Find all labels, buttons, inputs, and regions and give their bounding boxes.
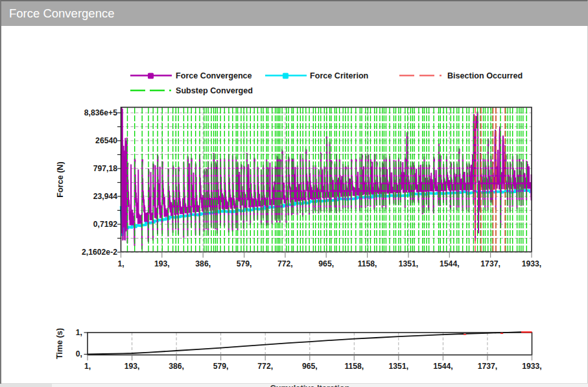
svg-text:Bisection Occurred: Bisection Occurred	[447, 71, 523, 80]
svg-text:1351,: 1351,	[389, 362, 409, 371]
svg-text:1,: 1,	[84, 362, 91, 371]
svg-text:26540: 26540	[95, 136, 117, 145]
svg-text:386,: 386,	[169, 362, 184, 371]
svg-text:1933,: 1933,	[522, 362, 542, 371]
svg-text:1737,: 1737,	[478, 362, 498, 371]
svg-text:193,: 193,	[154, 259, 170, 268]
svg-text:579,: 579,	[237, 259, 252, 268]
svg-text:Force (N): Force (N)	[56, 161, 65, 197]
svg-text:Time (s): Time (s)	[55, 328, 64, 359]
svg-text:8,836e+5: 8,836e+5	[84, 108, 117, 117]
svg-text:Force Criterion: Force Criterion	[310, 71, 368, 80]
svg-text:1158,: 1158,	[344, 362, 364, 371]
svg-text:1544,: 1544,	[440, 259, 460, 268]
svg-text:579,: 579,	[213, 362, 229, 371]
svg-text:193,: 193,	[124, 362, 140, 371]
svg-text:23,944: 23,944	[93, 192, 117, 201]
svg-text:772,: 772,	[257, 362, 273, 371]
svg-text:1158,: 1158,	[358, 259, 377, 268]
svg-text:965,: 965,	[302, 362, 318, 371]
svg-text:772,: 772,	[277, 259, 293, 268]
svg-text:0,: 0,	[76, 349, 82, 358]
svg-text:Force Convergence: Force Convergence	[176, 71, 252, 80]
svg-text:797,18: 797,18	[93, 164, 117, 173]
svg-text:1544,: 1544,	[433, 362, 453, 371]
svg-text:Substep Converged: Substep Converged	[176, 86, 253, 95]
svg-text:386,: 386,	[195, 259, 211, 268]
svg-text:1,: 1,	[117, 259, 124, 268]
svg-text:1737,: 1737,	[480, 259, 500, 268]
svg-text:1351,: 1351,	[399, 259, 419, 268]
svg-text:1933,: 1933,	[522, 259, 542, 268]
svg-text:Cumulative Iteration: Cumulative Iteration	[270, 383, 349, 387]
svg-text:0,7192: 0,7192	[93, 220, 117, 229]
svg-text:2,1602e-2: 2,1602e-2	[82, 248, 117, 257]
svg-text:965,: 965,	[318, 259, 334, 268]
svg-text:1,: 1,	[76, 328, 82, 337]
